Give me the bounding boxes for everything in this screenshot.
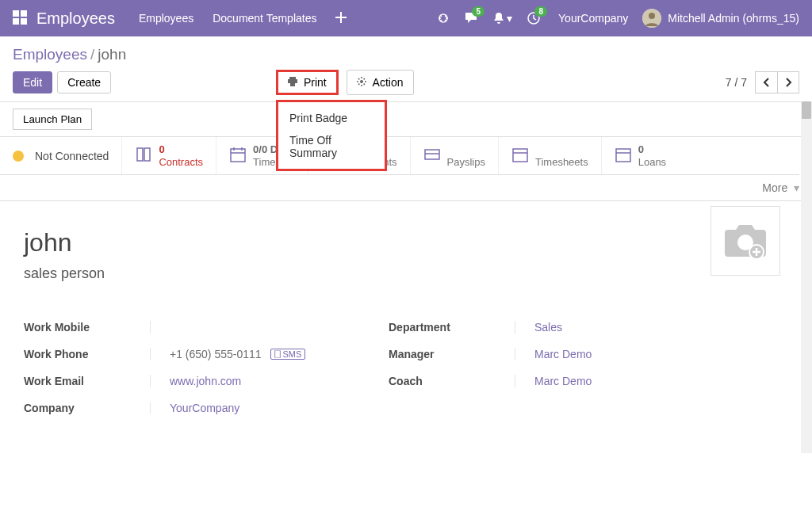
camera-plus-icon	[723, 222, 768, 260]
edit-button[interactable]: Edit	[13, 71, 52, 93]
svg-rect-40	[513, 149, 527, 162]
svg-rect-0	[13, 10, 19, 17]
breadcrumb-root[interactable]: Employees	[13, 46, 87, 63]
apps-icon[interactable]	[13, 10, 27, 27]
form-body: john sales person Work Mobile Work Phone…	[0, 201, 812, 453]
value-company[interactable]: YourCompany	[151, 402, 239, 414]
breadcrumb-current: john	[98, 46, 126, 63]
toolbar: Edit Create Print Action 7 / 7 P	[0, 68, 812, 101]
nav-employees[interactable]: Employees	[139, 12, 193, 25]
calendar-icon	[229, 146, 247, 166]
subbar: Launch Plan	[0, 101, 812, 137]
svg-rect-5	[335, 17, 347, 18]
statbar: Not Connected 0 Contracts 0/0 Days Time …	[0, 137, 799, 175]
messages-icon[interactable]: 5	[464, 11, 478, 25]
svg-rect-48	[275, 350, 281, 358]
breadcrumb: Employees/john	[13, 46, 126, 63]
stat-loans[interactable]: 0 Loans	[602, 137, 679, 174]
activities-icon[interactable]: 8	[527, 11, 541, 25]
avatar	[642, 9, 661, 28]
breadcrumb-row: Employees/john	[0, 36, 812, 68]
label-work-email: Work Email	[24, 375, 151, 387]
debug-icon[interactable]	[437, 12, 450, 25]
svg-point-19	[360, 80, 363, 83]
label-department: Department	[389, 321, 515, 334]
svg-rect-38	[425, 150, 439, 159]
launch-plan-button[interactable]: Launch Plan	[13, 109, 92, 130]
activities-badge: 8	[534, 6, 547, 17]
app-title[interactable]: Employees	[36, 10, 115, 28]
details-col-left: Work Mobile Work Phone +1 (650) 555-0111…	[24, 314, 389, 421]
stat-timesheets[interactable]: Timesheets	[499, 137, 602, 174]
value-work-mobile	[151, 321, 170, 334]
topbar: Employees Employees Document Templates 5…	[0, 0, 812, 36]
page-counter: 7 / 7	[726, 71, 799, 93]
employee-name: john	[24, 228, 788, 257]
svg-rect-16	[289, 77, 296, 79]
print-icon	[288, 76, 301, 89]
print-dropdown: Print Badge Time Off Summary	[276, 100, 387, 171]
stat-payslips[interactable]: Payslips	[411, 137, 499, 174]
label-work-phone: Work Phone	[24, 348, 151, 360]
page-indicator: 7 / 7	[726, 76, 747, 89]
book-icon	[135, 146, 152, 166]
user-menu[interactable]: Mitchell Admin (ohrms_15)	[642, 9, 799, 28]
notifications-icon[interactable]: ▾	[492, 12, 512, 25]
more-button[interactable]: More ▾	[0, 175, 812, 201]
timeoff-summary-item[interactable]: Time Off Summary	[278, 129, 385, 164]
print-button-highlight: Print	[276, 70, 339, 95]
svg-line-26	[358, 84, 359, 85]
svg-rect-2	[13, 18, 19, 25]
label-work-mobile: Work Mobile	[24, 321, 151, 334]
label-company: Company	[24, 402, 151, 414]
print-badge-item[interactable]: Print Badge	[278, 107, 385, 129]
scrollbar-track[interactable]	[801, 101, 812, 453]
stat-contracts[interactable]: 0 Contracts	[121, 137, 216, 174]
messages-badge: 5	[472, 6, 485, 17]
sms-button[interactable]: SMS	[270, 349, 305, 360]
card-icon	[423, 146, 441, 166]
print-button[interactable]: Print	[278, 72, 336, 93]
stat-connection-label: Not Connected	[35, 150, 109, 162]
svg-line-24	[358, 78, 359, 79]
photo-placeholder[interactable]	[710, 206, 780, 276]
prev-button[interactable]	[755, 71, 777, 93]
value-manager[interactable]: Marc Demo	[515, 348, 592, 360]
user-name: Mitchell Admin (ohrms_15)	[668, 12, 799, 25]
svg-line-25	[363, 84, 364, 85]
svg-rect-1	[21, 10, 27, 17]
svg-rect-18	[290, 82, 295, 86]
svg-rect-28	[231, 149, 245, 162]
value-coach[interactable]: Marc Demo	[515, 375, 592, 387]
plus-icon[interactable]	[335, 10, 347, 27]
next-button[interactable]	[777, 71, 799, 93]
calendar-icon	[511, 146, 529, 166]
value-department[interactable]: Sales	[515, 321, 562, 334]
svg-point-15	[649, 13, 655, 19]
label-manager: Manager	[389, 348, 515, 360]
stat-connection[interactable]: Not Connected	[0, 137, 121, 174]
nav-document-templates[interactable]: Document Templates	[213, 12, 316, 25]
svg-line-27	[363, 78, 364, 79]
svg-rect-3	[21, 18, 27, 25]
gear-icon	[357, 76, 370, 89]
company-label[interactable]: YourCompany	[558, 12, 628, 25]
label-coach: Coach	[389, 375, 515, 387]
svg-rect-42	[616, 149, 630, 162]
scrollbar-thumb[interactable]	[802, 101, 811, 119]
value-work-email[interactable]: www.john.com	[151, 375, 241, 387]
details-col-right: Department Sales Manager Marc Demo Coach…	[389, 314, 753, 421]
value-work-phone: +1 (650) 555-0111 SMS	[151, 348, 305, 360]
status-dot-icon	[13, 151, 24, 162]
chevron-down-icon: ▾	[794, 181, 799, 194]
calendar-icon	[615, 146, 632, 166]
action-button[interactable]: Action	[347, 70, 414, 95]
phone-icon	[274, 350, 281, 358]
create-button[interactable]: Create	[57, 71, 111, 93]
employee-title: sales person	[24, 265, 788, 282]
